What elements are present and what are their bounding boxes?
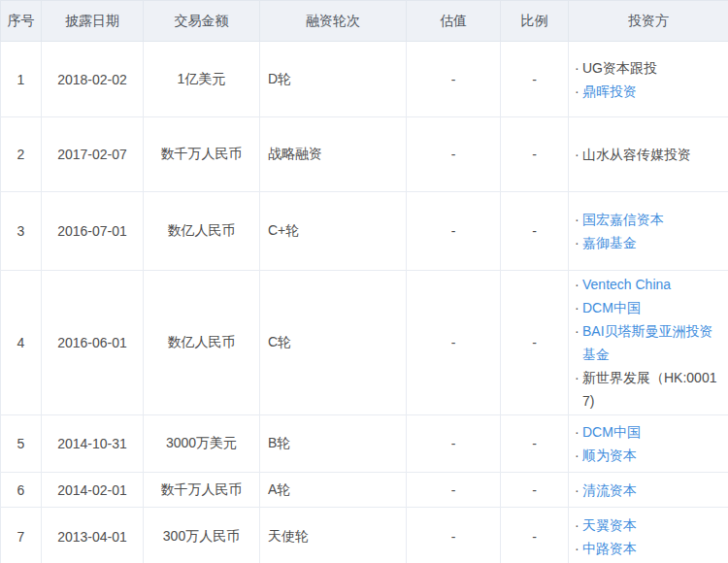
cell-investors: Ventech ChinaDCM中国BAI贝塔斯曼亚洲投资基金新世界发展（HK:… — [569, 271, 728, 415]
financing-history-table-container: 序号披露日期交易金额融资轮次估值比例投资方 12018-02-021亿美元D轮-… — [0, 0, 728, 563]
cell-date: 2018-02-02 — [42, 42, 144, 117]
cell-valuation: - — [407, 42, 501, 117]
investor-link[interactable]: Ventech China — [582, 277, 671, 292]
cell-index: 4 — [1, 271, 42, 415]
investor-item: BAI贝塔斯曼亚洲投资基金 — [575, 319, 722, 366]
cell-date: 2017-02-07 — [42, 117, 144, 192]
cell-amount: 数亿人民币 — [144, 192, 260, 271]
table-header: 序号披露日期交易金额融资轮次估值比例投资方 — [1, 1, 728, 42]
table-row: 72013-04-01300万人民币天使轮--天翼资本中路资本 — [1, 508, 728, 563]
investor-link[interactable]: DCM中国 — [582, 424, 641, 440]
investor-link[interactable]: 嘉御基金 — [582, 235, 637, 250]
column-header-valuation: 估值 — [407, 1, 501, 42]
cell-date: 2014-10-31 — [42, 415, 144, 473]
cell-index: 6 — [1, 473, 42, 508]
table-row: 42016-06-01数亿人民币C轮--Ventech ChinaDCM中国BA… — [1, 271, 728, 415]
cell-ratio: - — [501, 192, 569, 271]
investor-link[interactable]: DCM中国 — [582, 300, 641, 315]
table-body: 12018-02-021亿美元D轮--UG资本跟投鼎晖投资22017-02-07… — [1, 42, 728, 563]
table-row: 62014-02-01数千万人民币A轮--清流资本 — [1, 473, 728, 508]
cell-amount: 数亿人民币 — [144, 271, 260, 415]
cell-amount: 数千万人民币 — [144, 117, 260, 192]
column-header-investors: 投资方 — [569, 1, 728, 42]
investor-name: 新世界发展（HK:00017) — [582, 370, 716, 409]
table-row: 52014-10-313000万美元B轮--DCM中国顺为资本 — [1, 415, 728, 473]
cell-ratio: - — [501, 42, 569, 117]
cell-date: 2013-04-01 — [42, 508, 144, 563]
cell-round: C轮 — [260, 271, 407, 415]
investor-link[interactable]: 清流资本 — [582, 482, 637, 498]
cell-valuation: - — [407, 473, 501, 508]
cell-investors: DCM中国顺为资本 — [569, 415, 728, 473]
column-header-index: 序号 — [1, 1, 42, 42]
cell-amount: 1亿美元 — [144, 42, 260, 117]
investor-item: DCM中国 — [575, 296, 722, 319]
column-header-date: 披露日期 — [42, 1, 144, 42]
investor-link[interactable]: 中路资本 — [582, 541, 637, 556]
cell-index: 1 — [1, 42, 42, 117]
cell-date: 2014-02-01 — [42, 473, 144, 508]
cell-valuation: - — [407, 117, 501, 192]
cell-valuation: - — [407, 508, 501, 563]
cell-round: 天使轮 — [260, 508, 407, 563]
cell-ratio: - — [501, 117, 569, 192]
investor-link[interactable]: 天翼资本 — [582, 517, 637, 533]
cell-date: 2016-07-01 — [42, 192, 144, 271]
table-row: 32016-07-01数亿人民币C+轮--国宏嘉信资本嘉御基金 — [1, 192, 728, 271]
cell-amount: 3000万美元 — [144, 415, 260, 473]
cell-index: 2 — [1, 117, 42, 192]
financing-history-table: 序号披露日期交易金额融资轮次估值比例投资方 12018-02-021亿美元D轮-… — [0, 0, 728, 563]
cell-investors: 清流资本 — [569, 473, 728, 508]
cell-round: C+轮 — [260, 192, 407, 271]
table-row: 22017-02-07数千万人民币战略融资--山水从容传媒投资 — [1, 117, 728, 192]
cell-round: D轮 — [260, 42, 407, 117]
investor-item: 清流资本 — [575, 479, 722, 502]
column-header-amount: 交易金额 — [144, 1, 260, 42]
cell-amount: 300万人民币 — [144, 508, 260, 563]
cell-round: A轮 — [260, 473, 407, 508]
table-header-row: 序号披露日期交易金额融资轮次估值比例投资方 — [1, 1, 728, 42]
cell-index: 5 — [1, 415, 42, 473]
investor-item: 天翼资本 — [575, 513, 722, 537]
investor-item: 山水从容传媒投资 — [575, 143, 722, 166]
cell-investors: 山水从容传媒投资 — [569, 117, 728, 192]
cell-round: B轮 — [260, 415, 407, 473]
investor-item: UG资本跟投 — [575, 56, 722, 80]
investor-name: 山水从容传媒投资 — [582, 147, 691, 162]
cell-valuation: - — [407, 415, 501, 473]
investor-name: UG资本跟投 — [582, 60, 657, 76]
investor-item: 鼎晖投资 — [575, 80, 722, 103]
cell-ratio: - — [501, 473, 569, 508]
investor-item: DCM中国 — [575, 420, 722, 444]
column-header-round: 融资轮次 — [260, 1, 407, 42]
investor-link[interactable]: 鼎晖投资 — [582, 83, 637, 99]
investor-item: 国宏嘉信资本 — [575, 208, 722, 231]
investor-item: Ventech China — [575, 273, 722, 296]
cell-ratio: - — [501, 271, 569, 415]
cell-investors: UG资本跟投鼎晖投资 — [569, 42, 728, 117]
investor-link[interactable]: BAI贝塔斯曼亚洲投资基金 — [582, 323, 713, 362]
investor-link[interactable]: 国宏嘉信资本 — [582, 212, 664, 227]
cell-index: 7 — [1, 508, 42, 563]
cell-date: 2016-06-01 — [42, 271, 144, 415]
investor-item: 顺为资本 — [575, 444, 722, 467]
column-header-ratio: 比例 — [501, 1, 569, 42]
cell-valuation: - — [407, 192, 501, 271]
cell-index: 3 — [1, 192, 42, 271]
investor-item: 中路资本 — [575, 537, 722, 560]
cell-ratio: - — [501, 508, 569, 563]
investor-item: 新世界发展（HK:00017) — [575, 366, 722, 413]
cell-amount: 数千万人民币 — [144, 473, 260, 508]
cell-valuation: - — [407, 271, 501, 415]
cell-ratio: - — [501, 415, 569, 473]
cell-investors: 天翼资本中路资本 — [569, 508, 728, 563]
cell-round: 战略融资 — [260, 117, 407, 192]
cell-investors: 国宏嘉信资本嘉御基金 — [569, 192, 728, 271]
table-row: 12018-02-021亿美元D轮--UG资本跟投鼎晖投资 — [1, 42, 728, 117]
investor-link[interactable]: 顺为资本 — [582, 447, 637, 463]
investor-item: 嘉御基金 — [575, 231, 722, 254]
